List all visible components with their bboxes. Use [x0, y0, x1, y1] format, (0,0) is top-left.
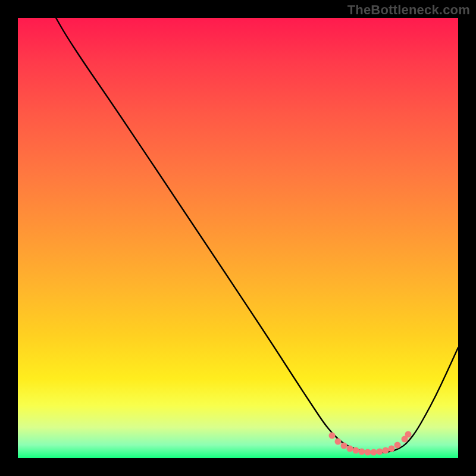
curve-marker [347, 446, 353, 452]
curve-marker [394, 442, 401, 449]
curve-marker [371, 449, 377, 456]
curve-marker [341, 443, 347, 449]
chart-container: TheBottleneck.com [0, 0, 476, 476]
curve-markers [329, 431, 412, 456]
watermark-label: TheBottleneck.com [347, 2, 470, 18]
curve-layer [18, 18, 458, 458]
curve-marker [335, 439, 342, 445]
curve-marker [353, 447, 359, 454]
bottleneck-curve [56, 18, 458, 453]
plot-area [18, 18, 458, 458]
curve-marker [389, 446, 395, 452]
curve-marker [405, 431, 412, 438]
curve-marker [383, 447, 389, 454]
curve-marker [329, 433, 336, 439]
curve-marker [377, 449, 383, 455]
curve-marker [365, 449, 371, 456]
curve-marker [359, 449, 365, 455]
